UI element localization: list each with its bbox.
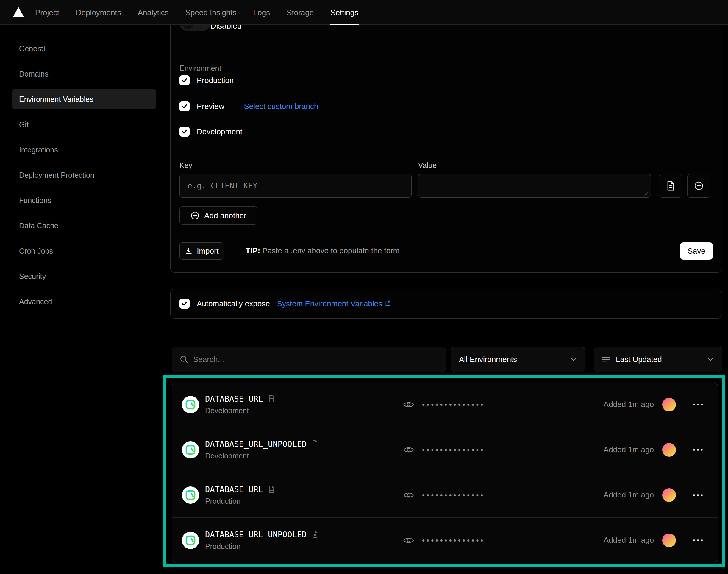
environment-option-preview: Preview Select custom branch — [179, 101, 318, 111]
reveal-value-eye-icon[interactable] — [403, 400, 414, 409]
env-vars-list: DATABASE_URL Development ••••••• — [172, 382, 718, 563]
note-icon[interactable] — [268, 485, 275, 493]
divider — [171, 119, 722, 119]
environment-filter-value: All Environments — [459, 355, 517, 364]
search-icon — [179, 355, 189, 364]
system-env-expose-card: Automatically expose System Environment … — [170, 289, 722, 319]
sidebar-item-data-cache[interactable]: Data Cache — [12, 215, 156, 236]
user-avatar — [662, 488, 676, 502]
environment-filter-dropdown[interactable]: All Environments — [451, 347, 585, 372]
sidebar-item-integrations[interactable]: Integrations — [12, 139, 156, 160]
note-icon[interactable] — [311, 531, 318, 538]
masked-value: •••••••••••••• — [422, 446, 485, 454]
note-icon[interactable] — [268, 395, 275, 403]
sidebar-item-cron-jobs[interactable]: Cron Jobs — [12, 241, 156, 261]
paste-env-file-button[interactable] — [659, 174, 682, 198]
select-custom-branch-link[interactable]: Select custom branch — [244, 102, 318, 111]
neon-integration-avatar — [182, 441, 199, 458]
sidebar-item-git[interactable]: Git — [12, 114, 156, 134]
vercel-logo-icon[interactable] — [12, 6, 25, 18]
env-var-environment: Production — [205, 497, 275, 505]
row-menu-button[interactable] — [691, 402, 704, 407]
sidebar-item-functions[interactable]: Functions — [12, 190, 156, 210]
env-var-environment: Production — [205, 542, 318, 551]
add-another-label: Add another — [204, 211, 247, 220]
key-input[interactable] — [179, 174, 412, 198]
preview-checkbox[interactable] — [179, 101, 189, 111]
env-var-row: DATABASE_URL Development ••••••• — [172, 382, 718, 427]
sort-icon — [602, 356, 610, 363]
masked-value: •••••••••••••• — [422, 401, 485, 408]
top-nav: ProjectDeploymentsAnalyticsSpeed Insight… — [0, 0, 728, 25]
check-icon — [181, 129, 187, 134]
user-avatar — [662, 534, 676, 547]
env-var-create-card: Disabled Environment Production Preview … — [170, 8, 722, 273]
tab-settings[interactable]: Settings — [330, 0, 358, 25]
value-label: Value — [418, 161, 437, 170]
sidebar-item-security[interactable]: Security — [12, 266, 156, 286]
production-checkbox[interactable] — [179, 75, 189, 85]
added-timestamp: Added 1m ago — [604, 400, 654, 409]
production-label: Production — [197, 76, 233, 85]
settings-sidebar: GeneralDomainsEnvironment VariablesGitIn… — [12, 38, 156, 317]
value-textarea[interactable] — [418, 174, 651, 198]
import-button[interactable]: Import — [179, 242, 224, 259]
development-checkbox[interactable] — [179, 127, 189, 137]
tab-project[interactable]: Project — [35, 0, 59, 25]
sidebar-item-general[interactable]: General — [12, 38, 156, 59]
plus-circle-icon — [190, 211, 200, 220]
save-button[interactable]: Save — [680, 242, 713, 259]
reveal-value-eye-icon[interactable] — [403, 445, 414, 454]
tab-analytics[interactable]: Analytics — [138, 0, 169, 25]
sidebar-item-deployment-protection[interactable]: Deployment Protection — [12, 165, 156, 185]
nav-tabs: ProjectDeploymentsAnalyticsSpeed Insight… — [35, 0, 358, 25]
sort-dropdown[interactable]: Last Updated — [594, 347, 722, 372]
download-icon — [185, 247, 192, 255]
env-var-name: DATABASE_URL_UNPOOLED — [205, 530, 307, 539]
env-var-name: DATABASE_URL — [205, 394, 263, 403]
user-avatar — [662, 398, 676, 411]
tab-storage[interactable]: Storage — [287, 0, 314, 25]
tab-speed-insights[interactable]: Speed Insights — [185, 0, 237, 25]
tab-deployments[interactable]: Deployments — [76, 0, 121, 25]
chevron-down-icon — [570, 356, 577, 363]
neon-logo-icon — [185, 399, 196, 410]
section-divider — [170, 334, 722, 334]
minus-circle-icon — [694, 181, 703, 191]
chevron-down-icon — [707, 356, 714, 363]
tab-logs[interactable]: Logs — [253, 0, 270, 25]
file-text-icon — [666, 181, 675, 191]
masked-value: •••••••••••••• — [422, 491, 485, 499]
neon-integration-avatar — [182, 396, 199, 413]
environment-option-production: Production — [179, 75, 233, 85]
sort-value: Last Updated — [616, 355, 662, 364]
row-menu-button[interactable] — [691, 492, 704, 498]
note-icon[interactable] — [311, 440, 318, 448]
env-var-row: DATABASE_URL_UNPOOLED Development — [172, 427, 718, 472]
added-timestamp: Added 1m ago — [604, 536, 654, 545]
development-label: Development — [197, 127, 242, 136]
external-link-icon — [385, 300, 391, 307]
search-field — [172, 347, 446, 372]
remove-row-button[interactable] — [687, 174, 711, 198]
row-menu-button[interactable] — [691, 538, 704, 543]
added-timestamp: Added 1m ago — [604, 445, 654, 454]
env-var-row: DATABASE_URL_UNPOOLED Production — [172, 518, 718, 563]
reveal-value-eye-icon[interactable] — [403, 491, 414, 500]
neon-logo-icon — [185, 535, 196, 546]
sidebar-item-environment-variables[interactable]: Environment Variables — [12, 89, 156, 109]
env-var-row: DATABASE_URL Production •••••••• — [172, 472, 718, 518]
reveal-value-eye-icon[interactable] — [403, 536, 414, 545]
add-another-button[interactable]: Add another — [179, 206, 257, 225]
sidebar-item-domains[interactable]: Domains — [12, 64, 156, 84]
search-input[interactable] — [172, 347, 446, 372]
check-icon — [181, 103, 187, 109]
row-menu-button[interactable] — [691, 447, 704, 453]
import-label: Import — [197, 247, 219, 256]
divider — [171, 93, 722, 93]
check-icon — [181, 77, 187, 83]
system-env-variables-link[interactable]: System Environment Variables — [277, 299, 391, 309]
expose-checkbox[interactable] — [179, 299, 189, 309]
env-var-name: DATABASE_URL — [205, 485, 263, 494]
sidebar-item-advanced[interactable]: Advanced — [12, 291, 156, 312]
